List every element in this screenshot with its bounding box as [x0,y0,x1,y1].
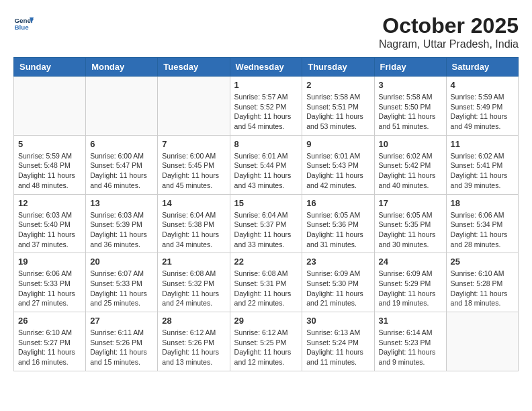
calendar-cell: 7Sunrise: 6:00 AM Sunset: 5:45 PM Daylig… [158,135,230,194]
calendar-week-row: 19Sunrise: 6:06 AM Sunset: 5:33 PM Dayli… [14,253,519,312]
day-number: 20 [90,257,153,267]
calendar-cell: 4Sunrise: 5:59 AM Sunset: 5:49 PM Daylig… [446,77,518,136]
cell-info: Sunrise: 6:00 AM Sunset: 5:47 PM Dayligh… [90,151,153,191]
weekday-header: Tuesday [158,58,230,77]
cell-info: Sunrise: 6:12 AM Sunset: 5:25 PM Dayligh… [234,328,298,367]
calendar-cell: 19Sunrise: 6:06 AM Sunset: 5:33 PM Dayli… [14,253,86,312]
cell-info: Sunrise: 6:04 AM Sunset: 5:37 PM Dayligh… [234,210,298,250]
calendar-cell: 6Sunrise: 6:00 AM Sunset: 5:47 PM Daylig… [86,135,158,194]
day-number: 31 [379,316,442,326]
calendar-cell: 27Sunrise: 6:11 AM Sunset: 5:26 PM Dayli… [86,312,158,371]
calendar-table: SundayMondayTuesdayWednesdayThursdayFrid… [13,57,519,371]
cell-info: Sunrise: 6:05 AM Sunset: 5:35 PM Dayligh… [379,210,442,250]
cell-info: Sunrise: 6:09 AM Sunset: 5:29 PM Dayligh… [379,269,442,308]
calendar-cell: 12Sunrise: 6:03 AM Sunset: 5:40 PM Dayli… [14,194,86,253]
weekday-header: Saturday [446,58,518,77]
cell-info: Sunrise: 6:14 AM Sunset: 5:23 PM Dayligh… [379,328,442,367]
cell-info: Sunrise: 5:57 AM Sunset: 5:52 PM Dayligh… [234,92,298,132]
calendar-cell: 21Sunrise: 6:08 AM Sunset: 5:32 PM Dayli… [158,253,230,312]
day-number: 24 [379,257,442,267]
day-number: 6 [90,139,153,149]
calendar-cell: 31Sunrise: 6:14 AM Sunset: 5:23 PM Dayli… [374,312,446,371]
calendar-week-row: 1Sunrise: 5:57 AM Sunset: 5:52 PM Daylig… [14,77,519,136]
calendar-cell [14,77,86,136]
calendar-cell: 17Sunrise: 6:05 AM Sunset: 5:35 PM Dayli… [374,194,446,253]
cell-info: Sunrise: 6:12 AM Sunset: 5:26 PM Dayligh… [162,328,225,367]
day-number: 16 [306,198,369,208]
calendar-cell: 29Sunrise: 6:12 AM Sunset: 5:25 PM Dayli… [230,312,302,371]
calendar-week-row: 5Sunrise: 5:59 AM Sunset: 5:48 PM Daylig… [14,135,519,194]
calendar-cell: 26Sunrise: 6:10 AM Sunset: 5:27 PM Dayli… [14,312,86,371]
cell-info: Sunrise: 6:02 AM Sunset: 5:41 PM Dayligh… [451,151,514,191]
day-number: 1 [234,80,298,90]
cell-info: Sunrise: 6:13 AM Sunset: 5:24 PM Dayligh… [306,328,369,367]
day-number: 3 [379,80,442,90]
day-number: 10 [379,139,442,149]
cell-info: Sunrise: 6:06 AM Sunset: 5:34 PM Dayligh… [451,210,514,250]
location: Nagram, Uttar Pradesh, India [379,38,519,50]
title-section: October 2025 Nagram, Uttar Pradesh, Indi… [379,13,519,50]
day-number: 22 [234,257,298,267]
calendar-week-row: 12Sunrise: 6:03 AM Sunset: 5:40 PM Dayli… [14,194,519,253]
day-number: 17 [379,198,442,208]
weekday-header: Thursday [302,58,374,77]
logo: General Blue [13,13,34,34]
cell-info: Sunrise: 5:58 AM Sunset: 5:50 PM Dayligh… [379,92,442,132]
calendar-cell: 13Sunrise: 6:03 AM Sunset: 5:39 PM Dayli… [86,194,158,253]
weekday-header: Monday [86,58,158,77]
day-number: 5 [18,139,81,149]
cell-info: Sunrise: 6:06 AM Sunset: 5:33 PM Dayligh… [18,269,81,308]
calendar-cell [86,77,158,136]
calendar-cell: 18Sunrise: 6:06 AM Sunset: 5:34 PM Dayli… [446,194,518,253]
cell-info: Sunrise: 6:08 AM Sunset: 5:31 PM Dayligh… [234,269,298,308]
calendar-cell: 14Sunrise: 6:04 AM Sunset: 5:38 PM Dayli… [158,194,230,253]
day-number: 28 [162,316,225,326]
month-year: October 2025 [379,13,519,38]
day-number: 4 [451,80,514,90]
calendar-cell: 15Sunrise: 6:04 AM Sunset: 5:37 PM Dayli… [230,194,302,253]
cell-info: Sunrise: 6:11 AM Sunset: 5:26 PM Dayligh… [90,328,153,367]
cell-info: Sunrise: 6:03 AM Sunset: 5:39 PM Dayligh… [90,210,153,250]
day-number: 14 [162,198,225,208]
cell-info: Sunrise: 5:59 AM Sunset: 5:48 PM Dayligh… [18,151,81,191]
calendar-cell [158,77,230,136]
cell-info: Sunrise: 6:04 AM Sunset: 5:38 PM Dayligh… [162,210,225,250]
day-number: 25 [451,257,514,267]
cell-info: Sunrise: 6:10 AM Sunset: 5:27 PM Dayligh… [18,328,81,367]
calendar-cell [446,312,518,371]
calendar-cell: 3Sunrise: 5:58 AM Sunset: 5:50 PM Daylig… [374,77,446,136]
calendar-cell: 10Sunrise: 6:02 AM Sunset: 5:42 PM Dayli… [374,135,446,194]
cell-info: Sunrise: 6:01 AM Sunset: 5:44 PM Dayligh… [234,151,298,191]
cell-info: Sunrise: 5:58 AM Sunset: 5:51 PM Dayligh… [306,92,369,132]
calendar-cell: 2Sunrise: 5:58 AM Sunset: 5:51 PM Daylig… [302,77,374,136]
day-number: 8 [234,139,298,149]
calendar-cell: 11Sunrise: 6:02 AM Sunset: 5:41 PM Dayli… [446,135,518,194]
calendar-cell: 28Sunrise: 6:12 AM Sunset: 5:26 PM Dayli… [158,312,230,371]
calendar-cell: 8Sunrise: 6:01 AM Sunset: 5:44 PM Daylig… [230,135,302,194]
calendar-cell: 20Sunrise: 6:07 AM Sunset: 5:33 PM Dayli… [86,253,158,312]
calendar-cell: 24Sunrise: 6:09 AM Sunset: 5:29 PM Dayli… [374,253,446,312]
cell-info: Sunrise: 6:02 AM Sunset: 5:42 PM Dayligh… [379,151,442,191]
day-number: 12 [18,198,81,208]
calendar-cell: 16Sunrise: 6:05 AM Sunset: 5:36 PM Dayli… [302,194,374,253]
cell-info: Sunrise: 6:03 AM Sunset: 5:40 PM Dayligh… [18,210,81,250]
day-number: 30 [306,316,369,326]
weekday-header: Friday [374,58,446,77]
calendar-cell: 1Sunrise: 5:57 AM Sunset: 5:52 PM Daylig… [230,77,302,136]
calendar-cell: 22Sunrise: 6:08 AM Sunset: 5:31 PM Dayli… [230,253,302,312]
day-number: 2 [306,80,369,90]
cell-info: Sunrise: 6:07 AM Sunset: 5:33 PM Dayligh… [90,269,153,308]
cell-info: Sunrise: 6:01 AM Sunset: 5:43 PM Dayligh… [306,151,369,191]
svg-text:Blue: Blue [15,24,30,31]
day-number: 13 [90,198,153,208]
cell-info: Sunrise: 6:00 AM Sunset: 5:45 PM Dayligh… [162,151,225,191]
calendar-cell: 9Sunrise: 6:01 AM Sunset: 5:43 PM Daylig… [302,135,374,194]
day-number: 15 [234,198,298,208]
day-number: 11 [451,139,514,149]
calendar-cell: 25Sunrise: 6:10 AM Sunset: 5:28 PM Dayli… [446,253,518,312]
day-number: 29 [234,316,298,326]
weekday-header: Sunday [14,58,86,77]
day-number: 7 [162,139,225,149]
calendar-cell: 23Sunrise: 6:09 AM Sunset: 5:30 PM Dayli… [302,253,374,312]
day-number: 26 [18,316,81,326]
